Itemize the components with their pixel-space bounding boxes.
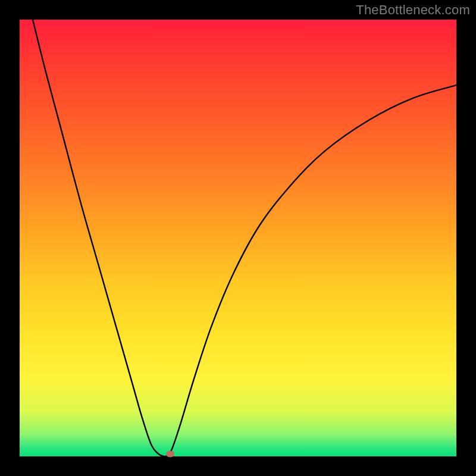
chart-frame: TheBottleneck.com (0, 0, 476, 476)
plot-area (20, 20, 456, 456)
minimum-marker (166, 451, 174, 458)
bottleneck-curve (20, 20, 456, 456)
attribution-text: TheBottleneck.com (356, 2, 470, 18)
